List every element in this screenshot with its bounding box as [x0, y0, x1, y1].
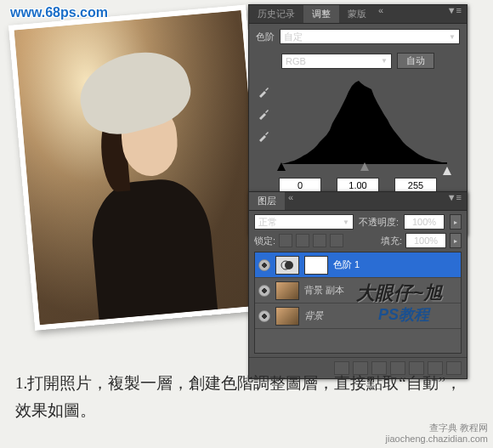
blend-mode-value: 正常: [258, 216, 277, 229]
auto-button[interactable]: 自动: [397, 53, 434, 69]
svg-point-2: [285, 261, 293, 269]
corner-line1: 查字典 教程网: [386, 422, 488, 434]
layer-list: 色阶 1 背景 副本 背景: [254, 252, 462, 354]
tab-masks[interactable]: 蒙版: [339, 5, 375, 23]
panel-collapse-icon[interactable]: «: [285, 192, 297, 210]
visibility-toggle-icon[interactable]: [258, 310, 270, 322]
sample-photo: [8, 5, 272, 331]
lock-position-icon[interactable]: [313, 234, 326, 247]
svg-marker-0: [281, 81, 447, 164]
input-slider-rail[interactable]: [281, 162, 434, 174]
white-slider[interactable]: [443, 162, 451, 175]
fill-input[interactable]: 100%: [405, 233, 446, 248]
channel-value: RGB: [286, 56, 306, 66]
black-slider[interactable]: [277, 162, 286, 171]
tutorial-caption: 1.打開照片，複製一層，創建色階調整圖層，直接點取“自動”，效果如圖。: [15, 370, 474, 425]
layer-row[interactable]: 色阶 1: [255, 252, 461, 278]
tab-layers[interactable]: 图层: [249, 192, 285, 210]
opacity-input[interactable]: 100%: [404, 214, 445, 230]
levels-label: 色阶: [256, 31, 275, 43]
channel-dropdown[interactable]: RGB ▼: [281, 54, 392, 69]
visibility-toggle-icon[interactable]: [258, 285, 270, 297]
layer-name[interactable]: 背景: [304, 309, 323, 322]
histogram-area: [256, 77, 460, 208]
layer-row[interactable]: 背景: [255, 303, 461, 329]
opacity-label: 不透明度:: [359, 216, 399, 229]
adjustments-tabs: 历史记录 调整 蒙版 « ▼≡: [249, 5, 467, 24]
fill-slider-toggle[interactable]: ▸: [450, 233, 462, 248]
layers-panel: 图层 « ▼≡ 正常 ▼ 不透明度: 100% ▸ 锁定: 填充: 100% ▸: [248, 191, 468, 379]
tab-adjustments[interactable]: 调整: [303, 5, 339, 23]
gray-slider[interactable]: [360, 162, 369, 171]
preset-value: 自定: [284, 31, 303, 43]
watermark-url: www.68ps.com: [10, 5, 108, 20]
chevron-down-icon: ▼: [343, 218, 349, 226]
layer-row[interactable]: 背景 副本: [255, 278, 461, 303]
mask-thumb[interactable]: [304, 256, 328, 275]
black-eyedropper-icon[interactable]: [258, 84, 271, 98]
lock-pixels-icon[interactable]: [296, 234, 309, 247]
tab-history[interactable]: 历史记录: [249, 5, 303, 23]
panel-collapse-icon[interactable]: «: [375, 5, 387, 23]
layers-tabs: 图层 « ▼≡: [249, 192, 467, 211]
layer-thumb[interactable]: [275, 307, 299, 326]
blend-mode-dropdown[interactable]: 正常 ▼: [254, 214, 354, 230]
panel-menu-icon[interactable]: ▼≡: [442, 5, 467, 23]
preset-dropdown[interactable]: 自定 ▼: [280, 29, 460, 44]
chevron-down-icon: ▼: [449, 33, 456, 41]
corner-line2: jiaocheng.chazidian.com: [386, 434, 488, 445]
panel-menu-icon[interactable]: ▼≡: [442, 192, 467, 210]
lock-all-icon[interactable]: [330, 234, 343, 247]
visibility-toggle-icon[interactable]: [258, 259, 270, 271]
lock-transparent-icon[interactable]: [279, 234, 292, 247]
adjustment-thumb[interactable]: [275, 256, 299, 275]
corner-watermark: 查字典 教程网 jiaocheng.chazidian.com: [386, 422, 488, 445]
gray-eyedropper-icon[interactable]: [258, 106, 271, 120]
layer-thumb[interactable]: [275, 281, 299, 300]
layer-name[interactable]: 背景 副本: [304, 284, 344, 297]
fill-label: 填充:: [381, 235, 402, 247]
histogram: [281, 79, 447, 164]
lock-label: 锁定:: [254, 235, 275, 247]
white-eyedropper-icon[interactable]: [258, 128, 271, 142]
layer-name[interactable]: 色阶 1: [333, 258, 360, 271]
opacity-slider-toggle[interactable]: ▸: [450, 214, 462, 230]
chevron-down-icon: ▼: [381, 57, 388, 65]
